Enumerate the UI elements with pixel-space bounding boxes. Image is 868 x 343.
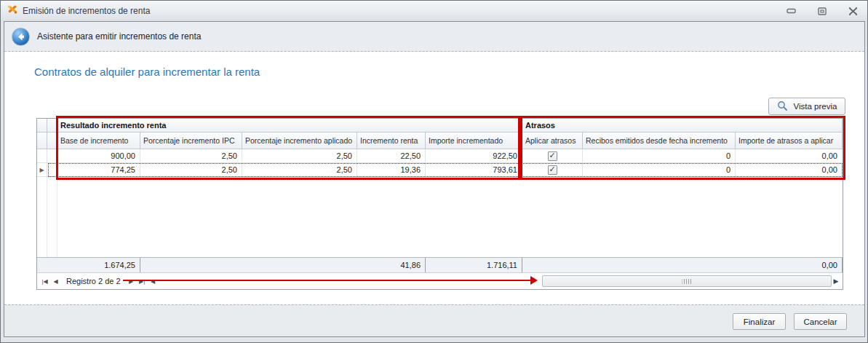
row-gutter-cell: [47, 149, 57, 163]
contracts-grid: Resultado incremento renta Atrasos Base …: [36, 118, 843, 290]
current-row-indicator-icon: [37, 163, 47, 177]
col-recibos-emitidos[interactable]: Recibos emitidos desde fecha incremento: [583, 133, 736, 149]
summary-spacer: [522, 258, 736, 272]
col-base-incremento[interactable]: Base de incremento: [57, 133, 140, 149]
summary-incremento-renta: 41,86: [357, 258, 426, 272]
cell-base-incremento: 774,25: [57, 163, 140, 177]
cell-incremento-renta: 19,36: [357, 163, 426, 177]
col-importe-incrementado[interactable]: Importe incrementado: [426, 133, 522, 149]
title-bar[interactable]: Emisión de incrementos de renta: [1, 1, 867, 21]
window-title: Emisión de incrementos de renta: [23, 6, 150, 16]
summary-row: 1.674,25 41,86 1.716,11 0,00: [37, 257, 843, 272]
horizontal-scrollbar-thumb[interactable]: [542, 275, 832, 287]
row-gutter-cell: [47, 163, 57, 177]
summary-importe-incrementado: 1.716,11: [426, 258, 522, 272]
scrollbar-grip-icon: [682, 279, 692, 284]
preview-button[interactable]: Vista previa: [768, 98, 845, 115]
dialog-window: Emisión de incrementos de renta Asistent…: [0, 0, 868, 343]
last-record-button[interactable]: ▶|: [138, 276, 147, 287]
col-importe-atrasos[interactable]: Importe de atrasos a aplicar: [736, 133, 843, 149]
cell-aplicar-atrasos: [522, 163, 583, 177]
close-button[interactable]: [845, 5, 860, 17]
cell-recibos-emitidos: 0: [583, 163, 736, 177]
scroll-left-button[interactable]: ◀: [148, 276, 158, 287]
grid-header-row: Base de incremento Porcentaje incremento…: [37, 133, 843, 149]
main-panel: Asistente para emitir incrementos de ren…: [4, 21, 865, 337]
scroll-right-button[interactable]: ▶: [831, 276, 841, 286]
prev-record-button[interactable]: ◀: [51, 276, 60, 287]
summary-spacer: [140, 258, 357, 272]
cell-importe-incrementado: 922,50: [426, 149, 522, 163]
summary-importe-atrasos: 0,00: [736, 258, 843, 272]
col-aplicar-atrasos[interactable]: Aplicar atrasos: [522, 133, 583, 149]
footer-bar: Finalizar Cancelar: [4, 304, 864, 336]
cell-aplicar-atrasos: [522, 149, 583, 163]
row-indicator-cell: [37, 149, 47, 163]
aplicar-atrasos-checkbox[interactable]: [548, 165, 557, 175]
wizard-title: Asistente para emitir incrementos de ren…: [37, 31, 201, 42]
first-record-button[interactable]: |◀: [40, 276, 49, 287]
table-row[interactable]: 774,25 2,50 2,50 19,36 793,61 0 0,00: [37, 163, 843, 177]
cell-porcentaje-ipc: 2,50: [140, 163, 242, 177]
table-row[interactable]: 900,00 2,50 2,50 22,50 922,50 0 0,00: [37, 149, 843, 163]
col-porcentaje-ipc[interactable]: Porcentaje incremento IPC: [140, 133, 242, 149]
cell-importe-atrasos: 0,00: [736, 149, 843, 163]
cell-base-incremento: 900,00: [57, 149, 140, 163]
cell-incremento-renta: 22,50: [357, 149, 426, 163]
summary-spacer: [37, 258, 57, 272]
aplicar-atrasos-checkbox[interactable]: [548, 151, 557, 161]
minimize-button[interactable]: [784, 5, 799, 17]
cell-porcentaje-aplicado: 2,50: [242, 163, 357, 177]
next-record-button[interactable]: ▶: [127, 276, 136, 287]
maximize-button[interactable]: [815, 5, 829, 17]
preview-button-label: Vista previa: [794, 102, 837, 111]
record-navigator: |◀ ◀ Registro 2 de 2 ▶ ▶| ◀ ▶: [37, 272, 843, 289]
grid-empty-area: [37, 177, 843, 257]
page-title: Contratos de alquiler para incrementar l…: [34, 66, 260, 78]
band-atrasos[interactable]: Atrasos: [522, 119, 843, 133]
cell-porcentaje-aplicado: 2,50: [242, 149, 357, 163]
col-porcentaje-aplicado[interactable]: Porcentaje incremento aplicado: [242, 133, 357, 149]
record-count-label: Registro 2 de 2: [66, 277, 121, 285]
col-incremento-renta[interactable]: Incremento renta: [357, 133, 426, 149]
band-resultado[interactable]: Resultado incremento renta: [57, 119, 522, 133]
cell-recibos-emitidos: 0: [583, 149, 736, 163]
cell-importe-atrasos: 0,00: [736, 163, 843, 177]
cell-importe-incrementado: 793,61: [426, 163, 522, 177]
grid-band-row: Resultado incremento renta Atrasos: [37, 119, 843, 133]
summary-base-incremento: 1.674,25: [57, 258, 140, 272]
gutter-header: [47, 119, 57, 133]
cell-porcentaje-ipc: 2,50: [140, 149, 242, 163]
gutter-header: [37, 133, 47, 149]
magnifier-icon: [777, 100, 788, 113]
finish-button[interactable]: Finalizar: [733, 313, 786, 330]
back-button[interactable]: [12, 28, 30, 46]
gutter-header: [37, 119, 47, 133]
wizard-header: Asistente para emitir incrementos de ren…: [4, 22, 864, 52]
app-icon: [7, 4, 18, 18]
gutter-header: [47, 133, 57, 149]
cancel-button[interactable]: Cancelar: [794, 313, 847, 330]
